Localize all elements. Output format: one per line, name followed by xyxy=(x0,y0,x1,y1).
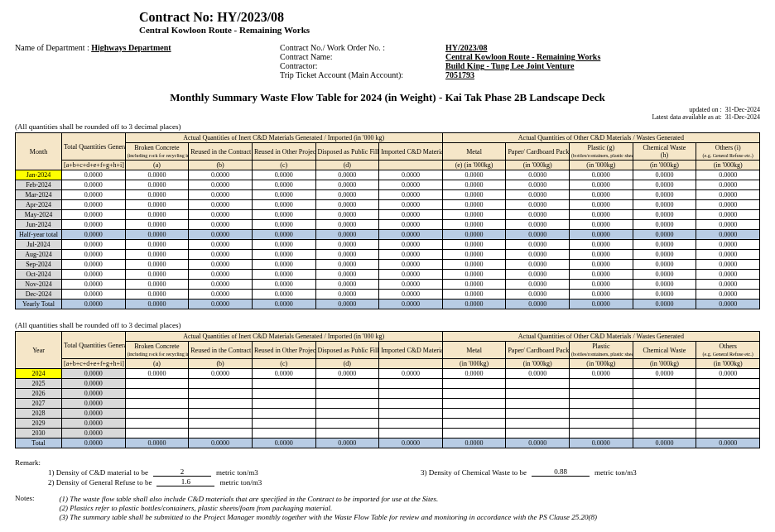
table-row: Mar-20240.00000.00000.00000.00000.00000.… xyxy=(16,190,760,200)
dept-value: Highways Department xyxy=(91,43,171,52)
col-total-sub-y: [a+b+c+d+e+f+g+h+i] xyxy=(62,359,126,369)
density-chem: 0.88 xyxy=(532,467,590,477)
contractor-label: Contractor: xyxy=(280,61,445,70)
table-row: Feb-20240.00000.00000.00000.00000.00000.… xyxy=(16,180,760,190)
updated-label: updated on : xyxy=(689,106,722,113)
table-row: 20270.0000 xyxy=(16,399,760,409)
table-row: 20290.0000 xyxy=(16,419,760,429)
col-other: Others (i)(e.g. General Refuse etc.) xyxy=(696,143,760,161)
group-other-y: Actual Quantities of Other C&D Materials… xyxy=(442,332,759,342)
col-paper-y: Paper/ Cardboard Packaging xyxy=(506,342,570,359)
col-total: Total Quantities Generated xyxy=(62,133,126,161)
table-row: Apr-20240.00000.00000.00000.00000.00000.… xyxy=(16,200,760,210)
col-d-y: Disposed as Public Fill xyxy=(315,342,379,359)
table-title: Monthly Summary Waste Flow Table for 202… xyxy=(15,91,760,104)
updated-value: 31-Dec-2024 xyxy=(725,106,760,113)
col-plastic: Plastic (g)(bottles/containers, plastic … xyxy=(570,143,633,161)
col-other-ltr: (in '000kg) xyxy=(696,161,760,170)
col-a: Broken Concrete(including rock for recyc… xyxy=(125,143,189,161)
note-item: (3) The summary table shall be submitted… xyxy=(60,513,761,521)
col-c-y: Reused in Other Projects xyxy=(252,342,315,359)
table-row: Aug-20240.00000.00000.00000.00000.00000.… xyxy=(16,250,760,260)
table-row: 20240.00000.00000.00000.00000.00000.0000… xyxy=(16,369,760,379)
table-row: Half-year total0.00000.00000.00000.00000… xyxy=(16,230,760,240)
project-name: Central Kowloon Route - Remaining Works xyxy=(139,25,760,35)
trip-label: Trip Ticket Account (Main Account): xyxy=(280,70,445,79)
table-row: Jan-20240.00000.00000.00000.00000.00000.… xyxy=(16,170,760,180)
col-a-y: Broken Concrete(including rock for recyc… xyxy=(125,342,189,359)
group-inert: Actual Quantities of Inert C&D Materials… xyxy=(125,133,442,143)
col-plastic-y: Plastic(bottles/containers, plastic shee… xyxy=(570,342,633,359)
table-row: May-20240.00000.00000.00000.00000.00000.… xyxy=(16,210,760,220)
latest-value: 31-Dec-2024 xyxy=(725,113,760,121)
col-b: Reused in the Contract xyxy=(189,143,253,161)
col-plastic-ltr: (in '000kg) xyxy=(570,161,633,170)
col-other-y: Others(e.g. General Refuse etc.) xyxy=(696,342,760,359)
dept-label: Name of Department : xyxy=(15,43,89,52)
density-cd: 2 xyxy=(153,467,211,477)
cname-label: Contract Name: xyxy=(280,52,445,61)
col-e: Imported C&D Material xyxy=(379,143,443,161)
col-month: Month xyxy=(16,133,62,170)
col-e-ltr xyxy=(379,161,443,170)
density-refuse: 1.6 xyxy=(156,477,214,486)
group-other: Actual Quantities of Other C&D Materials… xyxy=(442,133,759,143)
col-e-y: Imported C&D Material xyxy=(379,342,443,359)
table-row: Dec-20240.00000.00000.00000.00000.00000.… xyxy=(16,290,760,300)
table-row: Oct-20240.00000.00000.00000.00000.00000.… xyxy=(16,270,760,280)
table-row: Yearly Total0.00000.00000.00000.00000.00… xyxy=(16,300,760,309)
col-year: Year xyxy=(16,332,62,369)
rounding-note: (All quantities shall be rounded off to … xyxy=(15,122,760,131)
notes-title: Notes: xyxy=(15,494,35,522)
contractor-value: Build King - Tung Lee Joint Venture xyxy=(445,61,574,70)
col-metal: Metal xyxy=(442,143,506,161)
density-chem-label: 3) Density of Chemical Waste to be xyxy=(421,468,527,477)
note-item: (1) The waste flow table shall also incl… xyxy=(60,495,761,503)
col-d-ltr: (d) xyxy=(315,161,379,170)
col-total-sub: [a+b+c+d+e+f+g+h+i] xyxy=(62,161,126,170)
trip-value: 7051793 xyxy=(445,70,474,79)
density-refuse-label: 2) Density of General Refuse to be xyxy=(48,478,152,486)
table-row: Jul-20240.00000.00000.00000.00000.00000.… xyxy=(16,240,760,250)
table-row: 20250.0000 xyxy=(16,379,760,389)
rounding-note-2: (All quantities shall be rounded off to … xyxy=(15,321,760,329)
col-metal-y: Metal xyxy=(442,342,506,359)
density-cd-label: 1) Density of C&D material to be xyxy=(48,468,148,477)
table-row: Jun-20240.00000.00000.00000.00000.00000.… xyxy=(16,220,760,230)
group-inert-y: Actual Quantities of Inert C&D Materials… xyxy=(125,332,442,342)
table-row: 20300.0000 xyxy=(16,429,760,439)
table-row: Sep-20240.00000.00000.00000.00000.00000.… xyxy=(16,260,760,270)
latest-label: Latest data available as at: xyxy=(652,113,721,121)
col-a-ltr: (a) xyxy=(125,161,189,170)
table-row: Nov-20240.00000.00000.00000.00000.00000.… xyxy=(16,280,760,290)
remark-title: Remark: xyxy=(15,458,760,467)
col-paper-ltr: (in '000kg) xyxy=(506,161,570,170)
note-item: (2) Plastics refer to plastic bottles/co… xyxy=(60,504,761,512)
col-chem: Chemical Waste(h) xyxy=(633,143,696,161)
cnwo-value: HY/2023/08 xyxy=(445,43,488,52)
cnwo-label: Contract No./ Work Order No. : xyxy=(280,43,445,52)
table-row: Total0.00000.00000.00000.00000.00000.000… xyxy=(16,439,760,448)
col-c-ltr: (c) xyxy=(252,161,315,170)
col-paper: Paper/ Cardboard Packaging (f) xyxy=(506,143,570,161)
col-metal-ltr: (e) (in '000kg) xyxy=(442,161,506,170)
col-d: Disposed as Public Fill xyxy=(315,143,379,161)
table-row: 20260.0000 xyxy=(16,389,760,399)
col-total-y: Total Quantities Generated xyxy=(62,332,126,359)
col-b-y: Reused in the Contract xyxy=(189,342,253,359)
contract-no: Contract No: HY/2023/08 xyxy=(139,10,760,25)
col-b-ltr: (b) xyxy=(189,161,253,170)
yearly-table: Year Total Quantities Generated Actual Q… xyxy=(15,331,760,448)
monthly-table: Month Total Quantities Generated Actual … xyxy=(15,132,760,309)
col-chem-y: Chemical Waste xyxy=(633,342,696,359)
table-row: 20280.0000 xyxy=(16,409,760,419)
col-chem-ltr: (in '000kg) xyxy=(633,161,696,170)
col-c: Reused in Other Projects xyxy=(252,143,315,161)
cname-value: Central Kowloon Route - Remaining Works xyxy=(445,52,600,61)
